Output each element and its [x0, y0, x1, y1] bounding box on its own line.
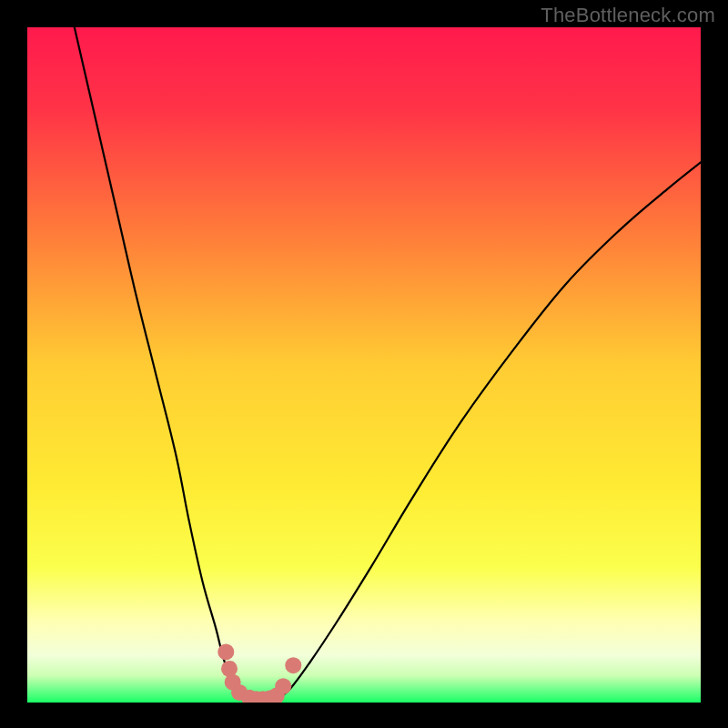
chart-frame: TheBottleneck.com — [0, 0, 728, 728]
marker-point — [217, 643, 234, 660]
marker-point — [275, 678, 291, 694]
watermark-text: TheBottleneck.com — [541, 4, 715, 27]
marker-point — [285, 657, 301, 673]
gradient-background — [27, 27, 701, 703]
bottleneck-chart — [27, 27, 701, 703]
